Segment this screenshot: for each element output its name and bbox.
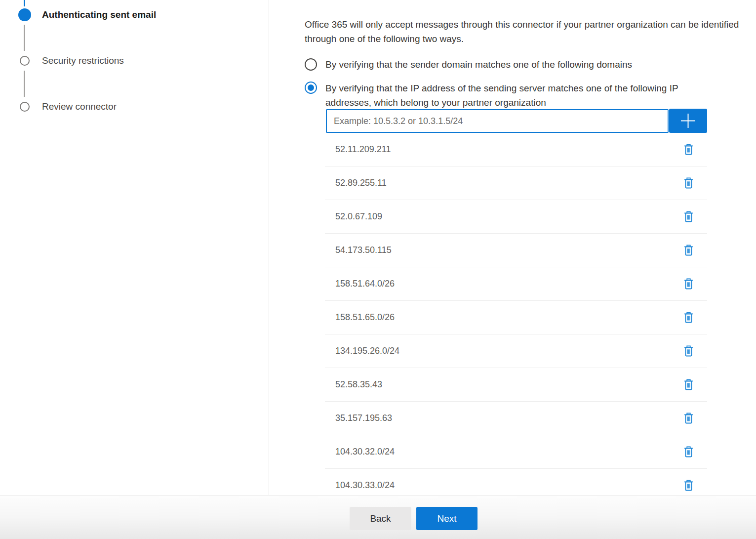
back-button[interactable]: Back [350,507,411,530]
delete-ip-button[interactable] [683,412,694,425]
ip-address: 52.58.35.43 [335,379,683,390]
trash-icon [684,177,693,189]
delete-ip-button[interactable] [683,176,694,190]
ip-row: 54.173.50.115 [325,234,707,267]
trash-icon [684,144,693,155]
current-step-dot-icon [18,8,31,21]
wizard-steps-sidebar: Authenticating sent email Security restr… [0,0,269,495]
upcoming-step-dot-icon [20,102,30,112]
ip-address: 54.173.50.115 [335,245,683,255]
ip-address-input[interactable] [326,109,669,133]
step-label: Authenticating sent email [42,9,156,20]
trash-icon [684,480,693,491]
ip-address-list: 52.11.209.211 52.89.255.11 [325,133,707,502]
ip-row: 158.51.64.0/26 [325,267,707,301]
radio-dot [308,84,314,91]
trash-icon [684,345,693,357]
ip-row: 52.11.209.211 [325,133,707,166]
step-dot-box [18,102,31,112]
stepper-connector-line [24,25,25,51]
ip-row: 158.51.65.0/26 [325,301,707,334]
ip-row: 104.30.32.0/24 [325,435,707,469]
trash-icon [684,211,693,222]
next-button[interactable]: Next [416,507,477,530]
delete-ip-button[interactable] [683,344,694,358]
ip-address: 158.51.64.0/26 [335,279,683,289]
delete-ip-button[interactable] [683,210,694,223]
stepper-connector-line [24,0,25,6]
ip-address: 52.0.67.109 [335,211,683,222]
radio-option-label: By verifying that the sender domain matc… [325,57,632,72]
delete-ip-button[interactable] [683,244,694,257]
ip-address: 158.51.65.0/26 [335,312,683,323]
delete-ip-button[interactable] [683,143,694,156]
radio-option-ip-address[interactable]: By verifying that the IP address of the … [305,81,720,110]
add-ip-button[interactable] [669,109,707,133]
radio-selected-icon [305,82,317,94]
intro-text: Office 365 will only accept messages thr… [305,17,749,46]
ip-address: 134.195.26.0/24 [335,346,683,356]
ip-row: 52.58.35.43 [325,368,707,402]
ip-address: 35.157.195.63 [335,413,683,423]
ip-address: 52.11.209.211 [335,144,683,155]
radio-option-label: By verifying that the IP address of the … [325,81,720,110]
ip-row: 52.0.67.109 [325,200,707,234]
trash-icon [684,278,693,290]
trash-icon [684,312,693,323]
step-dot-box [18,8,31,21]
ip-address: 52.89.255.11 [335,178,683,188]
trash-icon [684,446,693,457]
delete-ip-button[interactable] [683,277,694,290]
step-authenticating-sent-email: Authenticating sent email [18,8,156,21]
step-label: Security restrictions [42,55,124,66]
delete-ip-button[interactable] [683,445,694,458]
ip-row: 35.157.195.63 [325,402,707,435]
step-security-restrictions: Security restrictions [18,55,124,66]
radio-option-sender-domain[interactable]: By verifying that the sender domain matc… [305,57,632,72]
ip-address: 104.30.33.0/24 [335,480,683,491]
stepper-connector-line [24,71,25,97]
delete-ip-button[interactable] [683,311,694,324]
upcoming-step-dot-icon [20,56,30,66]
trash-icon [684,245,693,256]
connector-wizard-page: Authenticating sent email Security restr… [0,0,756,539]
trash-icon [684,379,693,390]
step-dot-box [18,56,31,66]
step-review-connector: Review connector [18,101,117,112]
ip-row: 134.195.26.0/24 [325,334,707,368]
ip-address: 104.30.32.0/24 [335,447,683,457]
plus-icon [680,113,696,129]
ip-row: 52.89.255.11 [325,166,707,200]
wizard-footer: Back Next [0,495,756,539]
delete-ip-button[interactable] [683,378,694,391]
trash-icon [684,413,693,424]
delete-ip-button[interactable] [683,479,694,492]
radio-unselected-icon [305,58,317,71]
step-label: Review connector [42,101,117,112]
